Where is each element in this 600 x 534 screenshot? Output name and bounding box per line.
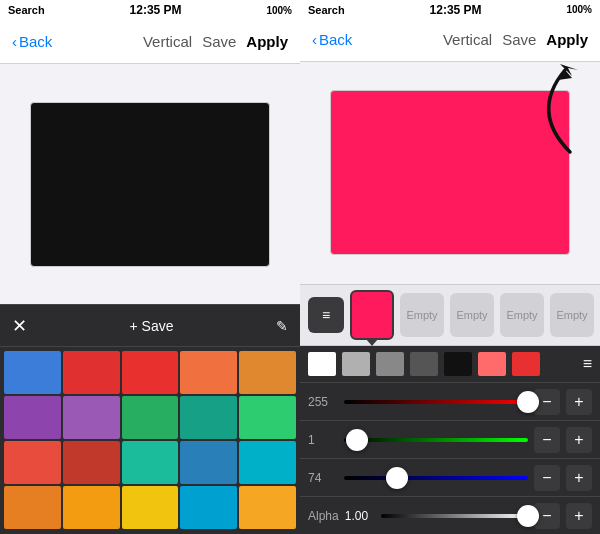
red-increment-button[interactable]: +	[566, 389, 592, 415]
swatches-panel: ✕ + Save ✎	[0, 304, 300, 534]
swatch-cell[interactable]	[239, 486, 296, 529]
hamburger-icon: ≡	[322, 307, 330, 323]
swatch-cell[interactable]	[122, 351, 179, 394]
empty-label-4: Empty	[556, 309, 587, 321]
alpha-slider-track[interactable]	[381, 514, 528, 518]
color-slot-empty-4[interactable]: Empty	[550, 293, 594, 337]
swatch-cell[interactable]	[63, 441, 120, 484]
preview-canvas-left	[30, 102, 270, 267]
empty-label-2: Empty	[456, 309, 487, 321]
empty-label-1: Empty	[406, 309, 437, 321]
spectrum-swatch-gray3[interactable]	[410, 352, 438, 376]
green-increment-button[interactable]: +	[566, 427, 592, 453]
swatch-cell[interactable]	[180, 351, 237, 394]
nav-actions-right: Vertical Save Apply	[443, 31, 588, 48]
apply-button-left[interactable]: Apply	[246, 33, 288, 50]
blue-increment-button[interactable]: +	[566, 465, 592, 491]
red-slider-label: 255	[308, 395, 338, 409]
nav-bar-right: ‹ Back Vertical Save Apply	[300, 19, 600, 61]
alpha-increment-button[interactable]: +	[566, 503, 592, 529]
green-slider-row: 1 − +	[300, 420, 600, 458]
color-slot-empty-3[interactable]: Empty	[500, 293, 544, 337]
color-slot-active[interactable]	[350, 290, 394, 340]
spectrum-swatch-white[interactable]	[308, 352, 336, 376]
spectrum-swatch-gray1[interactable]	[342, 352, 370, 376]
swatches-header: ✕ + Save ✎	[0, 305, 300, 347]
swatch-cell[interactable]	[180, 396, 237, 439]
color-slot-empty-1[interactable]: Empty	[400, 293, 444, 337]
alpha-slider-thumb[interactable]	[517, 505, 539, 527]
status-bar-right: Search 12:35 PM 100%	[300, 0, 600, 19]
green-slider-track[interactable]	[344, 438, 528, 442]
status-bar-left: Search 12:35 PM 100%	[0, 0, 300, 20]
vertical-button-left[interactable]: Vertical	[143, 33, 192, 50]
status-icons-right: 100%	[566, 4, 592, 15]
back-button-right[interactable]: ‹ Back	[312, 31, 352, 48]
swatch-cell[interactable]	[63, 396, 120, 439]
status-time-right: 12:35 PM	[430, 3, 482, 17]
swatch-cell[interactable]	[180, 441, 237, 484]
swatch-cell[interactable]	[122, 441, 179, 484]
chevron-left-icon-right: ‹	[312, 31, 317, 48]
chevron-left-icon-left: ‹	[12, 33, 17, 50]
swatch-cell[interactable]	[4, 486, 61, 529]
save-button-left[interactable]: Save	[202, 33, 236, 50]
blue-decrement-button[interactable]: −	[534, 465, 560, 491]
spectrum-swatch-black[interactable]	[444, 352, 472, 376]
alpha-value: 1.00	[345, 509, 375, 523]
spectrum-swatch-red2[interactable]	[512, 352, 540, 376]
save-button-right[interactable]: Save	[502, 31, 536, 48]
green-decrement-button[interactable]: −	[534, 427, 560, 453]
nav-bar-left: ‹ Back Vertical Save Apply	[0, 20, 300, 64]
swatches-grid	[0, 347, 300, 534]
empty-label-3: Empty	[506, 309, 537, 321]
swatch-cell[interactable]	[4, 351, 61, 394]
blue-slider-row: 74 − +	[300, 458, 600, 496]
preview-canvas-right	[330, 90, 570, 255]
spectrum-swatch-red1[interactable]	[478, 352, 506, 376]
red-slider-thumb[interactable]	[517, 391, 539, 413]
blue-slider-track[interactable]	[344, 476, 528, 480]
swatch-cell[interactable]	[180, 486, 237, 529]
preview-area-left	[0, 64, 300, 304]
swatch-cell[interactable]	[4, 441, 61, 484]
red-slider-row: 255 − +	[300, 382, 600, 420]
spectrum-menu-icon[interactable]: ≡	[583, 355, 592, 373]
left-panel: Search 12:35 PM 100% ‹ Back Vertical Sav…	[0, 0, 300, 534]
swatch-cell[interactable]	[63, 351, 120, 394]
swatch-cell[interactable]	[239, 351, 296, 394]
vertical-button-right[interactable]: Vertical	[443, 31, 492, 48]
swatch-cell[interactable]	[63, 486, 120, 529]
apply-button-right[interactable]: Apply	[546, 31, 588, 48]
swatches-close-button[interactable]: ✕	[12, 315, 27, 337]
green-slider-label: 1	[308, 433, 338, 447]
preview-area-right	[300, 62, 600, 285]
status-icons-left: 100%	[266, 5, 292, 16]
right-panel: Search 12:35 PM 100% ‹ Back Vertical Sav…	[300, 0, 600, 534]
battery-icon-left: 100%	[266, 5, 292, 16]
blue-slider-thumb[interactable]	[386, 467, 408, 489]
swatches-save-button[interactable]: + Save	[130, 318, 174, 334]
battery-icon-right: 100%	[566, 4, 592, 15]
color-slot-empty-2[interactable]: Empty	[450, 293, 494, 337]
red-slider-track[interactable]	[344, 400, 528, 404]
alpha-slider-row: Alpha 1.00 − +	[300, 496, 600, 534]
back-button-left[interactable]: ‹ Back	[12, 33, 52, 50]
alpha-slider-label: Alpha	[308, 509, 339, 523]
back-label-right: Back	[319, 31, 352, 48]
status-time-left: 12:35 PM	[130, 3, 182, 17]
swatches-edit-button[interactable]: ✎	[276, 318, 288, 334]
swatch-cell[interactable]	[4, 396, 61, 439]
spectrum-row: ≡	[300, 346, 600, 382]
spectrum-swatch-gray2[interactable]	[376, 352, 404, 376]
color-slots: ≡ Empty Empty Empty Empty	[300, 284, 600, 346]
swatch-cell[interactable]	[122, 396, 179, 439]
green-slider-thumb[interactable]	[346, 429, 368, 451]
nav-actions-left: Vertical Save Apply	[143, 33, 288, 50]
swatch-cell[interactable]	[239, 441, 296, 484]
color-slot-menu-button[interactable]: ≡	[308, 297, 344, 333]
swatch-cell[interactable]	[122, 486, 179, 529]
back-label-left: Back	[19, 33, 52, 50]
swatch-cell[interactable]	[239, 396, 296, 439]
status-search-right: Search	[308, 4, 345, 16]
